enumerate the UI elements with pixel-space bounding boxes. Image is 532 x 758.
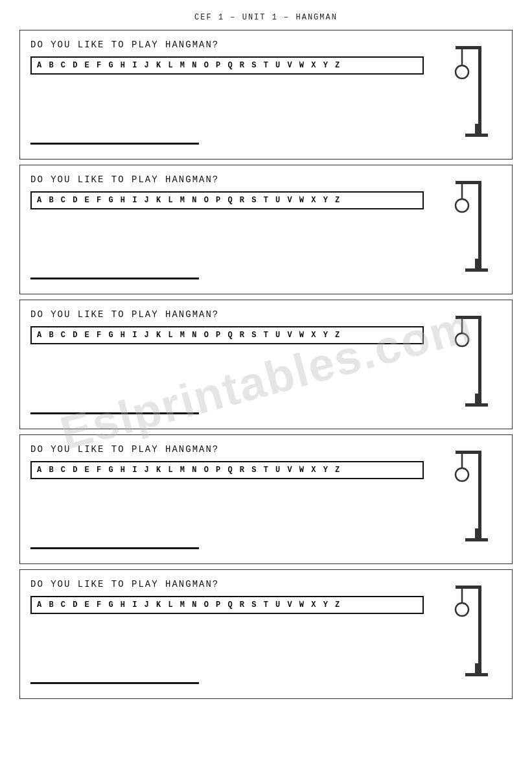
svg-rect-18 <box>478 451 481 541</box>
alphabet-box-2: A B C D E F G H I J K L M N O P Q R S T … <box>30 191 424 209</box>
card-right-5 <box>424 579 502 691</box>
card-right-4 <box>424 444 502 556</box>
gallows-5 <box>436 579 494 683</box>
card-right-1 <box>424 40 502 151</box>
svg-rect-13 <box>456 316 481 319</box>
svg-point-27 <box>456 603 468 616</box>
svg-rect-10 <box>465 268 488 272</box>
alphabet-box-3: A B C D E F G H I J K L M N O P Q R S T … <box>30 326 424 344</box>
gallows-3 <box>436 309 494 413</box>
card-left-1: DO YOU LIKE TO PLAY HANGMAN? A B C D E F… <box>30 40 424 151</box>
card-2: DO YOU LIKE TO PLAY HANGMAN? A B C D E F… <box>19 165 513 294</box>
gallows-4 <box>436 444 494 548</box>
answer-line-4 <box>30 547 199 549</box>
answer-line-5 <box>30 682 199 684</box>
page-title: CEF 1 – UNIT 1 – HANGMAN <box>19 13 513 22</box>
card-left-4: DO YOU LIKE TO PLAY HANGMAN? A B C D E F… <box>30 444 424 556</box>
svg-rect-22 <box>465 538 488 541</box>
svg-rect-12 <box>478 316 481 407</box>
question-2: DO YOU LIKE TO PLAY HANGMAN? <box>30 174 424 185</box>
answer-line-3 <box>30 412 199 414</box>
svg-rect-28 <box>465 673 488 676</box>
page: CEF 1 – UNIT 1 – HANGMAN DO YOU LIKE TO … <box>0 0 532 758</box>
card-right-3 <box>424 309 502 421</box>
cards-container: DO YOU LIKE TO PLAY HANGMAN? A B C D E F… <box>19 30 513 699</box>
svg-point-21 <box>456 468 468 481</box>
card-left-2: DO YOU LIKE TO PLAY HANGMAN? A B C D E F… <box>30 174 424 286</box>
question-1: DO YOU LIKE TO PLAY HANGMAN? <box>30 40 424 50</box>
card-left-5: DO YOU LIKE TO PLAY HANGMAN? A B C D E F… <box>30 579 424 691</box>
alphabet-box-5: A B C D E F G H I J K L M N O P Q R S T … <box>30 596 424 614</box>
svg-rect-11 <box>475 259 478 268</box>
svg-rect-6 <box>478 181 481 272</box>
card-right-2 <box>424 174 502 286</box>
question-3: DO YOU LIKE TO PLAY HANGMAN? <box>30 309 424 320</box>
card-left-3: DO YOU LIKE TO PLAY HANGMAN? A B C D E F… <box>30 309 424 421</box>
svg-point-3 <box>456 65 468 78</box>
alphabet-box-1: A B C D E F G H I J K L M N O P Q R S T … <box>30 56 424 75</box>
svg-rect-19 <box>456 451 481 454</box>
card-4: DO YOU LIKE TO PLAY HANGMAN? A B C D E F… <box>19 434 513 564</box>
answer-line-2 <box>30 278 199 279</box>
svg-rect-5 <box>475 124 478 134</box>
card-5: DO YOU LIKE TO PLAY HANGMAN? A B C D E F… <box>19 569 513 699</box>
svg-rect-4 <box>465 134 488 137</box>
card-1: DO YOU LIKE TO PLAY HANGMAN? A B C D E F… <box>19 30 513 160</box>
svg-rect-0 <box>478 46 481 137</box>
svg-rect-17 <box>475 394 478 403</box>
question-5: DO YOU LIKE TO PLAY HANGMAN? <box>30 579 424 589</box>
svg-rect-24 <box>478 586 481 676</box>
svg-rect-1 <box>456 46 481 49</box>
svg-rect-23 <box>475 528 478 538</box>
svg-rect-29 <box>475 663 478 673</box>
svg-point-15 <box>456 333 468 346</box>
gallows-2 <box>436 174 494 278</box>
alphabet-box-4: A B C D E F G H I J K L M N O P Q R S T … <box>30 461 424 479</box>
svg-rect-25 <box>456 586 481 589</box>
gallows-1 <box>436 40 494 143</box>
svg-point-9 <box>456 199 468 212</box>
svg-rect-7 <box>456 181 481 184</box>
answer-line-1 <box>30 143 199 145</box>
question-4: DO YOU LIKE TO PLAY HANGMAN? <box>30 444 424 455</box>
svg-rect-16 <box>465 403 488 407</box>
card-3: DO YOU LIKE TO PLAY HANGMAN? A B C D E F… <box>19 300 513 429</box>
